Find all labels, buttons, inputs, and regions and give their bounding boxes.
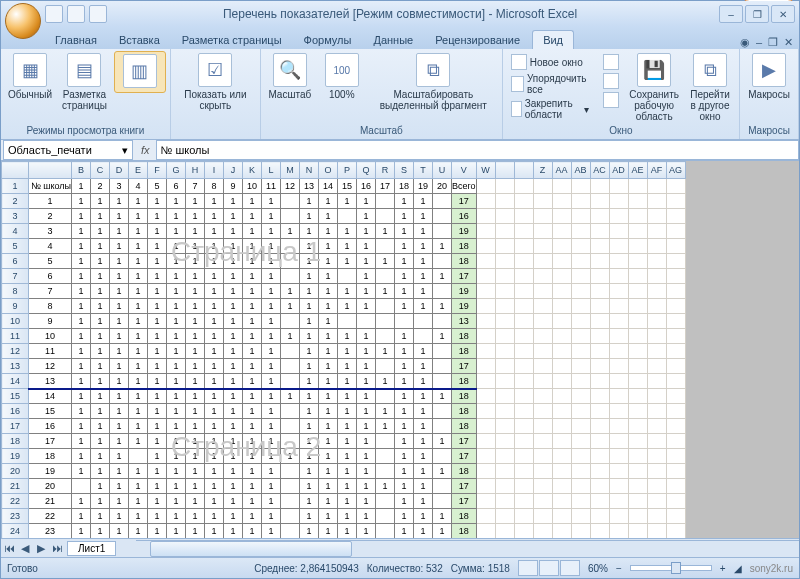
cell[interactable]: 1 xyxy=(300,389,319,404)
cell[interactable] xyxy=(476,494,495,509)
cell[interactable] xyxy=(376,389,395,404)
cell[interactable]: 1 xyxy=(414,479,433,494)
cell[interactable]: 1 xyxy=(433,389,452,404)
cell[interactable]: 1 xyxy=(148,509,167,524)
cell[interactable]: 1 xyxy=(224,374,243,389)
cell[interactable] xyxy=(571,314,590,329)
row-header[interactable]: 24 xyxy=(2,524,29,539)
cell[interactable]: 1 xyxy=(357,479,376,494)
cell[interactable] xyxy=(514,194,533,209)
cell[interactable]: 1 xyxy=(91,494,110,509)
cell[interactable]: 12 xyxy=(281,179,300,194)
cell[interactable] xyxy=(571,404,590,419)
cell[interactable]: 1 xyxy=(262,269,281,284)
cell[interactable]: 1 xyxy=(205,284,224,299)
cell[interactable] xyxy=(533,464,552,479)
cell[interactable]: 1 xyxy=(357,269,376,284)
cell[interactable] xyxy=(647,524,666,539)
cell[interactable]: 1 xyxy=(262,509,281,524)
cell[interactable]: 1 xyxy=(129,389,148,404)
cell[interactable] xyxy=(590,329,609,344)
cell[interactable]: 1 xyxy=(319,329,338,344)
cell[interactable] xyxy=(552,509,571,524)
cell[interactable] xyxy=(433,314,452,329)
cell[interactable]: 1 xyxy=(243,359,262,374)
cell[interactable] xyxy=(495,239,514,254)
cell[interactable]: 1 xyxy=(148,389,167,404)
cell[interactable]: 17 xyxy=(452,194,477,209)
cell[interactable] xyxy=(590,509,609,524)
cell[interactable]: 1 xyxy=(110,524,129,539)
cell[interactable]: 1 xyxy=(167,359,186,374)
cell[interactable] xyxy=(281,509,300,524)
cell[interactable] xyxy=(647,464,666,479)
cell[interactable] xyxy=(609,239,628,254)
cell[interactable]: 1 xyxy=(262,344,281,359)
cell[interactable]: 1 xyxy=(357,344,376,359)
formula-input[interactable]: № школы xyxy=(156,140,799,160)
cell[interactable]: 1 xyxy=(110,359,129,374)
cell[interactable]: 1 xyxy=(205,449,224,464)
cell[interactable]: 11 xyxy=(262,179,281,194)
cell[interactable]: 1 xyxy=(300,464,319,479)
cell[interactable]: 1 xyxy=(110,479,129,494)
cell[interactable]: 1 xyxy=(167,509,186,524)
row-header[interactable]: 2 xyxy=(2,194,29,209)
cell[interactable]: 1 xyxy=(205,209,224,224)
cell[interactable]: 1 xyxy=(433,464,452,479)
cell[interactable] xyxy=(647,209,666,224)
cell[interactable] xyxy=(514,389,533,404)
cell[interactable]: 1 xyxy=(414,494,433,509)
cell[interactable]: 1 xyxy=(243,194,262,209)
cell[interactable]: 18 xyxy=(452,524,477,539)
cell[interactable]: 1 xyxy=(186,269,205,284)
cell[interactable]: 1 xyxy=(319,359,338,374)
cell[interactable]: 17 xyxy=(452,494,477,509)
cell[interactable] xyxy=(571,479,590,494)
cell[interactable]: 1 xyxy=(129,404,148,419)
cell[interactable]: 2 xyxy=(91,179,110,194)
cell[interactable]: 1 xyxy=(395,464,414,479)
cell[interactable]: 1 xyxy=(186,449,205,464)
column-header[interactable]: T xyxy=(414,162,433,179)
cell[interactable]: 1 xyxy=(72,179,91,194)
cell[interactable] xyxy=(647,494,666,509)
cell[interactable] xyxy=(281,494,300,509)
redo-icon[interactable] xyxy=(89,5,107,23)
cell[interactable] xyxy=(514,269,533,284)
cell[interactable] xyxy=(647,449,666,464)
cell[interactable] xyxy=(514,359,533,374)
ribbon-tab[interactable]: Рецензирование xyxy=(425,31,530,49)
cell[interactable] xyxy=(476,329,495,344)
cell[interactable]: 1 xyxy=(167,194,186,209)
column-header[interactable]: AD xyxy=(609,162,628,179)
cell[interactable]: 1 xyxy=(110,269,129,284)
cell[interactable]: 1 xyxy=(148,464,167,479)
cell[interactable] xyxy=(514,374,533,389)
cell[interactable] xyxy=(281,269,300,284)
cell[interactable] xyxy=(666,479,685,494)
cell[interactable] xyxy=(552,464,571,479)
cell[interactable]: 18 xyxy=(452,329,477,344)
cell[interactable]: 1 xyxy=(338,194,357,209)
cell[interactable]: 18 xyxy=(452,389,477,404)
cell[interactable]: 17 xyxy=(452,269,477,284)
cell[interactable]: 1 xyxy=(186,419,205,434)
cell[interactable]: 1 xyxy=(186,239,205,254)
cell[interactable] xyxy=(533,509,552,524)
column-header[interactable] xyxy=(495,162,514,179)
cell[interactable] xyxy=(552,254,571,269)
cell[interactable]: 1 xyxy=(205,314,224,329)
cell[interactable]: 1 xyxy=(91,464,110,479)
cell[interactable]: 1 xyxy=(300,194,319,209)
cell[interactable] xyxy=(666,284,685,299)
cell[interactable]: 1 xyxy=(319,404,338,419)
cell[interactable]: 1 xyxy=(205,404,224,419)
cell[interactable] xyxy=(495,479,514,494)
cell[interactable] xyxy=(514,464,533,479)
cell[interactable] xyxy=(552,314,571,329)
cell[interactable]: 1 xyxy=(319,344,338,359)
cell[interactable]: 1 xyxy=(110,374,129,389)
cell[interactable] xyxy=(514,284,533,299)
cell[interactable]: 1 xyxy=(205,329,224,344)
